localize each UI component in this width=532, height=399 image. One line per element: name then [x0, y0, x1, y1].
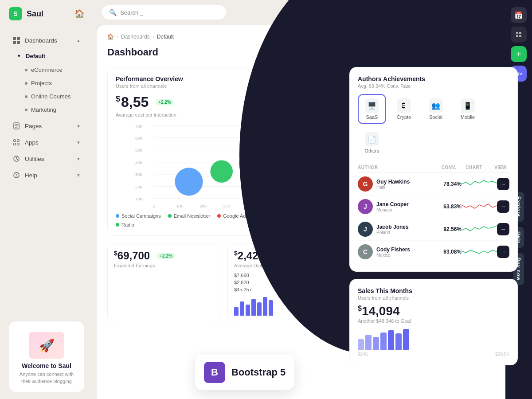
breadcrumb-current: Default — [157, 34, 174, 40]
dash-header: Dashboard Create Project — [107, 44, 518, 60]
default-label: Default — [26, 53, 45, 59]
bubble-chart: 700 600 500 400 300 200 100 0 100 200 — [116, 121, 332, 210]
help-label: Help — [25, 172, 37, 179]
sales-row-1: $2,820 — [234, 279, 334, 286]
legend-tv: TV Campaign — [286, 213, 322, 219]
author-country-3: Mexico — [376, 253, 410, 258]
mini-bar-2 — [240, 301, 244, 316]
sales-row-0: $7,660 — [234, 272, 334, 279]
sidebar-item-pages[interactable]: Pages ▼ — [4, 118, 90, 134]
bootstrap-label: Bootstrap 5 — [231, 367, 286, 378]
welcome-card: 🚀 Welcome to Saul Anyone can connect wit… — [9, 321, 84, 392]
mini-bar-1 — [234, 307, 239, 316]
author-info-3: C Cody Fishers Mexico — [358, 244, 430, 259]
breadcrumb-home[interactable]: 🏠 — [107, 34, 114, 40]
sidebar-nav: Dashboards ▲ Default eCommerce Projects … — [0, 27, 93, 314]
author-view-btn-1[interactable]: → — [497, 200, 509, 213]
apps-label: Apps — [25, 139, 39, 146]
author-view-btn-0[interactable]: → — [497, 178, 509, 190]
sales-y-label-1: $20.5K — [495, 352, 509, 357]
author-view-btn-2[interactable]: → — [497, 223, 509, 235]
legend-radio: Radio — [116, 222, 134, 227]
mini-bar-5 — [257, 302, 262, 316]
bootstrap-icon: B — [204, 362, 225, 383]
marketing-label: Marketing — [31, 106, 56, 113]
legend-label-courses: Courses — [261, 213, 279, 219]
sidebar: S Saul 🏠 Dashboards ▲ Default eCommerce … — [0, 0, 93, 399]
earnings-value: $69,700 — [114, 250, 150, 262]
sidebar-item-dashboards[interactable]: Dashboards ▲ — [4, 32, 90, 48]
notification-btn[interactable]: 🔔 — [468, 4, 484, 20]
mobile-icon: 📱 — [461, 98, 475, 113]
notifications-panel-btn[interactable] — [511, 27, 527, 43]
author-details-0: Guy Hawkins Haiti — [376, 179, 410, 190]
sales-y-label-0: $24K — [358, 352, 368, 357]
author-conv-1: 63.83% — [430, 203, 462, 210]
legend-label-ads: Google Ads — [223, 213, 248, 219]
sidebar-item-apps[interactable]: Apps ▼ — [4, 134, 90, 150]
dashboard-columns: Performance Overview Users from all chan… — [107, 67, 518, 390]
menu-btn[interactable]: ≡ — [488, 4, 504, 20]
utilities-label: Utilities — [25, 156, 44, 162]
sidebar-item-utilities[interactable]: Utilities ▼ — [4, 151, 90, 167]
sidebar-item-marketing[interactable]: Marketing — [4, 103, 90, 116]
collapse-icon[interactable]: 🏠 — [74, 9, 84, 19]
author-info-0: G Guy Hawkins Haiti — [358, 176, 430, 192]
bubble-radio — [321, 157, 332, 178]
sidebar-item-projects[interactable]: Projects — [4, 77, 90, 90]
tab-mobile[interactable]: 📱 Mobile — [454, 94, 482, 124]
bubble-ads — [301, 164, 319, 181]
authors-card: Authors Achievements Avg. 69.34% Conv. R… — [349, 67, 518, 272]
author-chart-mini-1 — [462, 201, 497, 212]
sidebar-item-online-courses[interactable]: Online Courses — [4, 90, 90, 103]
author-name-0: Guy Hawkins — [376, 179, 410, 185]
breadcrumb-dashboards[interactable]: Dashboards — [121, 34, 150, 40]
others-icon: 📄 — [365, 132, 379, 146]
author-avatar-0: G — [358, 176, 373, 192]
svg-rect-1 — [17, 37, 20, 40]
tab-month[interactable]: Month — [284, 75, 308, 85]
svg-text:500: 500 — [270, 203, 277, 208]
author-name-1: Jane Cooper — [376, 201, 409, 207]
metric-badge: +2.2% — [156, 99, 174, 106]
legend-dot-tv — [286, 214, 290, 218]
svg-text:700: 700 — [135, 124, 142, 129]
sales-rows: $7,660 $2,820 $45,257 — [234, 272, 334, 293]
tab-others[interactable]: 📄 Others — [358, 128, 386, 158]
online-courses-label: Online Courses — [31, 93, 71, 100]
crypto-icon: ₿ — [397, 98, 411, 113]
sidebar-item-help[interactable]: ? Help ▼ — [4, 167, 90, 183]
author-row-3: C Cody Fishers Mexico 63.08% — [358, 241, 509, 263]
legend-dot-radio — [116, 223, 119, 227]
mini-bar-7 — [269, 300, 273, 316]
sales-bar-3 — [373, 337, 379, 350]
sidebar-item-ecommerce[interactable]: eCommerce — [4, 63, 90, 76]
daily-sales-label: Average Daily Sales — [234, 263, 334, 268]
svg-rect-3 — [17, 41, 20, 44]
breadcrumb: 🏠 › Dashboards › Default — [107, 34, 518, 40]
tab-week[interactable]: Week — [310, 75, 332, 85]
tab-social[interactable]: 👥 Social — [422, 94, 450, 124]
search-input[interactable] — [120, 9, 209, 16]
utilities-chevron: ▼ — [76, 156, 81, 161]
author-row-1: J Jane Cooper Monaco 63.83% — [358, 196, 509, 218]
sales-bar-6 — [395, 333, 402, 350]
tab-saas[interactable]: 🖥️ SaaS — [358, 94, 386, 124]
dashboards-chevron: ▲ — [76, 38, 81, 43]
author-name-2: Jacob Jones — [376, 224, 409, 230]
calendar-btn[interactable]: 📅 — [511, 7, 527, 23]
authors-subtitle: Avg. 69.34% Conv. Rate — [358, 83, 509, 89]
tab-crypto[interactable]: ₿ Crypto — [390, 94, 418, 124]
svg-text:200: 200 — [135, 184, 142, 189]
add-panel-btn[interactable]: + — [511, 46, 527, 62]
performance-title: Performance Overview — [116, 75, 183, 82]
sidebar-item-default[interactable]: Default — [4, 49, 90, 63]
authors-title: Authors Achievements — [358, 75, 509, 82]
earnings-card: $69,700 +2.2% Expected Earnings — [107, 243, 220, 322]
author-view-btn-3[interactable]: → — [497, 246, 509, 258]
svg-rect-36 — [516, 32, 518, 34]
bubble-chart-svg: 700 600 500 400 300 200 100 0 100 200 — [116, 121, 332, 210]
daily-sales-card: $2,420 +2.6% Average Daily Sales $7,660 … — [227, 243, 340, 322]
search-box[interactable]: 🔍 — [102, 5, 226, 20]
projects-dot — [25, 82, 27, 85]
